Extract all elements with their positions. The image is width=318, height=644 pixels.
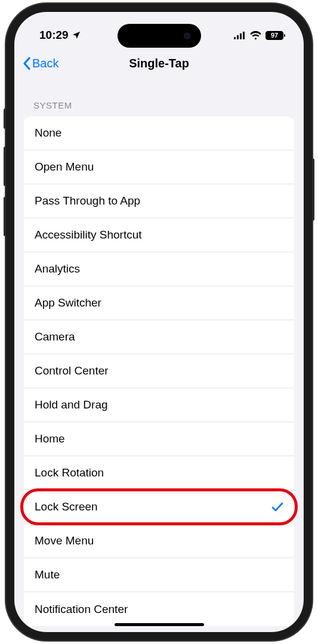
list-item[interactable]: Hold and Drag	[24, 388, 294, 422]
list-item-label: Camera	[35, 330, 75, 343]
battery-icon: 97	[265, 31, 283, 40]
list-item[interactable]: Accessibility Shortcut	[24, 218, 294, 252]
list-item[interactable]: Lock Rotation	[24, 456, 294, 490]
list-item-label: Analytics	[35, 262, 80, 275]
back-label: Back	[32, 57, 58, 70]
list-item-label: Notification Center	[35, 603, 128, 616]
list-item[interactable]: App Switcher	[24, 286, 294, 320]
cellular-icon	[234, 32, 246, 39]
battery-level: 97	[265, 31, 283, 40]
list-item-label: Pass Through to App	[35, 194, 140, 208]
list-item[interactable]: Control Center	[24, 354, 294, 388]
list-item-label: Control Center	[35, 364, 109, 377]
nav-bar: Back Single-Tap	[14, 48, 304, 79]
list-item-label: Lock Screen	[35, 500, 98, 513]
list-item-label: Open Menu	[35, 160, 94, 174]
list-item-label: Hold and Drag	[35, 398, 108, 411]
wifi-icon	[250, 31, 261, 39]
location-icon	[72, 30, 81, 40]
list-item[interactable]: Analytics	[24, 252, 294, 286]
svg-rect-1	[237, 35, 239, 39]
silent-switch	[4, 109, 6, 129]
status-time: 10:29	[39, 29, 69, 42]
list-item[interactable]: Open Menu	[24, 150, 294, 184]
volume-down-button	[4, 197, 6, 236]
list-item[interactable]: Pass Through to App	[24, 184, 294, 218]
checkmark-icon	[271, 501, 283, 512]
list-item-label: Mute	[35, 568, 60, 581]
list-item-label: Accessibility Shortcut	[35, 228, 142, 242]
list-item[interactable]: Move Menu	[24, 524, 294, 558]
list-item[interactable]: None	[24, 116, 294, 150]
list-item[interactable]: Mute	[24, 558, 294, 592]
list-item-label: App Switcher	[35, 296, 101, 309]
settings-list: NoneOpen MenuPass Through to AppAccessib…	[24, 116, 294, 626]
svg-rect-0	[234, 37, 236, 39]
status-right: 97	[234, 31, 283, 40]
volume-up-button	[4, 147, 6, 186]
list-item[interactable]: Lock Screen	[24, 490, 294, 524]
svg-rect-3	[243, 32, 245, 39]
svg-rect-2	[240, 33, 242, 39]
home-indicator[interactable]	[115, 623, 204, 626]
list-item[interactable]: Camera	[24, 320, 294, 354]
status-left: 10:29	[39, 29, 81, 42]
back-button[interactable]: Back	[23, 57, 58, 70]
power-button	[312, 159, 314, 221]
list-item[interactable]: Notification Center	[24, 592, 294, 626]
list-item-label: Home	[35, 432, 65, 445]
dynamic-island	[118, 24, 201, 48]
phone-frame: 10:29 97	[6, 4, 312, 640]
list-item-label: None	[35, 126, 61, 140]
list-item[interactable]: Home	[24, 422, 294, 456]
chevron-left-icon	[23, 57, 31, 70]
list-item-label: Lock Rotation	[35, 466, 104, 479]
page-title: Single-Tap	[129, 57, 189, 70]
phone-screen: 10:29 97	[14, 12, 304, 632]
section-header: SYSTEM	[14, 79, 304, 116]
list-item-label: Move Menu	[35, 534, 94, 547]
